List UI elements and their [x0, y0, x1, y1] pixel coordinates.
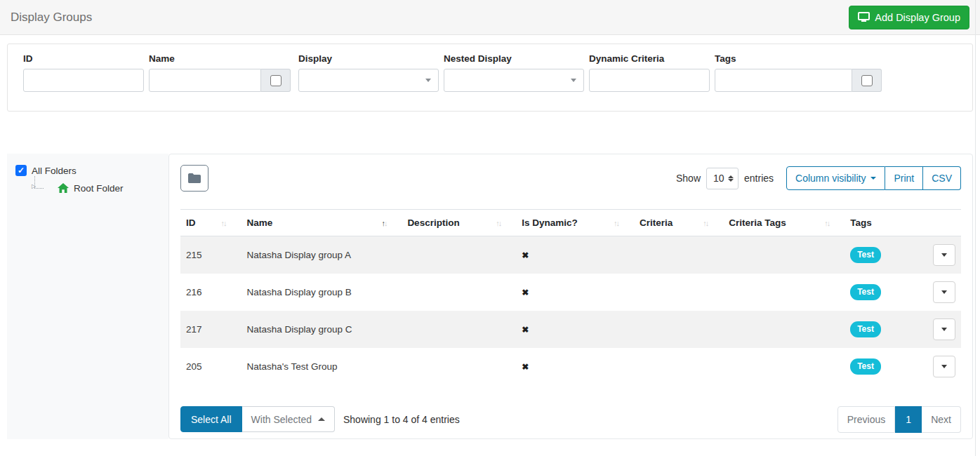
- sort-icon: ↑↓: [824, 219, 829, 227]
- cell-criteria: [634, 311, 723, 348]
- page-size-value: 10: [713, 173, 724, 184]
- filter-dynamic-criteria-input[interactable]: [589, 69, 710, 92]
- filter-name-regex-checkbox[interactable]: [270, 75, 282, 86]
- column-header-tags[interactable]: Tags: [845, 210, 927, 236]
- column-header-is-dynamic[interactable]: Is Dynamic? ↑↓: [516, 210, 634, 236]
- filter-tags-input[interactable]: [715, 69, 852, 92]
- add-display-group-label: Add Display Group: [875, 12, 960, 23]
- cell-criteria-tags: [723, 311, 845, 348]
- pagination-previous-button[interactable]: Previous: [837, 406, 895, 433]
- cell-criteria-tags: [723, 274, 845, 311]
- page-right-divider: [975, 0, 976, 456]
- filter-nested-display-select[interactable]: [444, 69, 584, 92]
- display-groups-card: Show 10 entries Column visibility Print: [168, 154, 973, 439]
- filter-name-input[interactable]: [149, 69, 261, 92]
- filter-display-label: Display: [298, 53, 439, 64]
- filter-name-regex-addon: [261, 69, 291, 92]
- folder-icon: [188, 173, 201, 183]
- table-row[interactable]: 217 Natasha Display group C ✖ Test: [180, 311, 961, 348]
- entries-label: entries: [744, 173, 774, 184]
- cell-criteria: [634, 274, 723, 311]
- column-visibility-label: Column visibility: [795, 173, 866, 184]
- cross-icon: ✖: [522, 288, 529, 297]
- cell-is-dynamic: ✖: [516, 348, 634, 385]
- cell-tags: Test: [845, 311, 927, 348]
- pagination-page-1-button[interactable]: 1: [895, 406, 922, 433]
- csv-button[interactable]: CSV: [923, 166, 961, 190]
- caret-up-icon: [318, 417, 325, 421]
- column-visibility-button[interactable]: Column visibility: [786, 166, 885, 190]
- cell-name: Natasha Display group B: [241, 274, 402, 311]
- table-header-row: ID ↑↓ Name ↑↓ Description ↑↓ Is Dynamic?…: [180, 210, 961, 236]
- chevron-down-icon: [571, 79, 576, 82]
- tag-badge: Test: [850, 284, 881, 300]
- root-folder-label: Root Folder: [74, 183, 124, 194]
- tree-expander-icon[interactable]: ▷: [32, 183, 36, 189]
- display-monitor-icon: [858, 12, 870, 22]
- cell-id: 205: [180, 348, 241, 385]
- sort-icon-active: ↑↓: [381, 219, 386, 227]
- sort-icon: ↑↓: [703, 219, 708, 227]
- tag-badge: Test: [850, 358, 881, 375]
- filter-id-input[interactable]: [23, 69, 144, 92]
- tag-badge: Test: [850, 247, 881, 263]
- column-header-description[interactable]: Description ↑↓: [402, 210, 516, 236]
- folder-tree-toggle-button[interactable]: [180, 165, 208, 192]
- cell-actions: [927, 236, 961, 274]
- cell-is-dynamic: ✖: [516, 236, 634, 274]
- sort-icon: ↑↓: [496, 219, 501, 227]
- caret-down-icon: [941, 253, 947, 257]
- row-menu-button[interactable]: [933, 244, 955, 266]
- cell-name: Natasha's Test Group: [241, 348, 402, 385]
- table-row[interactable]: 205 Natasha's Test Group ✖ Test: [180, 348, 961, 385]
- print-button[interactable]: Print: [885, 166, 923, 190]
- sort-icon: ↑↓: [614, 219, 618, 227]
- column-header-criteria[interactable]: Criteria ↑↓: [634, 210, 723, 236]
- filter-display-select[interactable]: [298, 69, 439, 92]
- cell-id: 215: [180, 236, 241, 274]
- add-display-group-button[interactable]: Add Display Group: [849, 6, 969, 29]
- page-title: Display Groups: [11, 11, 92, 25]
- all-folders-checkbox[interactable]: ✓: [15, 165, 27, 176]
- cell-description: [402, 274, 516, 311]
- pagination: Previous 1 Next: [837, 406, 961, 433]
- column-header-criteria-tags[interactable]: Criteria Tags ↑↓: [723, 210, 845, 236]
- spinner-icon: [728, 175, 734, 182]
- chevron-down-icon: [425, 79, 431, 82]
- cell-is-dynamic: ✖: [516, 274, 634, 311]
- filter-id-label: ID: [23, 53, 144, 64]
- cell-description: [402, 348, 516, 385]
- display-groups-table: ID ↑↓ Name ↑↓ Description ↑↓ Is Dynamic?…: [180, 209, 961, 385]
- column-header-actions: [927, 210, 961, 236]
- table-row[interactable]: 216 Natasha Display group B ✖ Test: [180, 274, 961, 311]
- filter-tags-exact-checkbox[interactable]: [861, 75, 873, 86]
- filter-panel: ID Name Display Nested Display: [7, 43, 973, 112]
- tree-node-root-folder[interactable]: ▷ Root Folder: [32, 181, 160, 195]
- show-label: Show: [676, 173, 701, 184]
- filter-dynamic-criteria-label: Dynamic Criteria: [589, 53, 710, 64]
- select-all-button[interactable]: Select All: [180, 406, 242, 432]
- cell-tags: Test: [845, 236, 927, 274]
- cell-tags: Test: [845, 274, 927, 311]
- sort-icon: ↑↓: [220, 219, 225, 227]
- page-size-select[interactable]: 10: [706, 168, 739, 189]
- table-row[interactable]: 215 Natasha Display group A ✖ Test: [180, 236, 961, 274]
- cell-criteria: [634, 236, 723, 274]
- row-menu-button[interactable]: [933, 356, 955, 377]
- cell-tags: Test: [845, 348, 927, 385]
- pagination-next-button[interactable]: Next: [922, 406, 961, 433]
- with-selected-button[interactable]: With Selected: [242, 406, 335, 432]
- row-menu-button[interactable]: [933, 281, 955, 303]
- cell-id: 216: [180, 274, 241, 311]
- caret-down-icon: [941, 290, 947, 294]
- column-header-id[interactable]: ID ↑↓: [180, 210, 241, 236]
- row-menu-button[interactable]: [933, 318, 955, 340]
- caret-down-icon: [941, 365, 947, 368]
- filter-name-label: Name: [149, 53, 291, 64]
- column-header-name[interactable]: Name ↑↓: [241, 210, 402, 236]
- filter-tags-exact-addon: [852, 69, 882, 92]
- with-selected-label: With Selected: [251, 414, 312, 425]
- cell-actions: [927, 311, 961, 348]
- showing-entries-text: Showing 1 to 4 of 4 entries: [343, 414, 460, 425]
- cell-criteria-tags: [723, 236, 845, 274]
